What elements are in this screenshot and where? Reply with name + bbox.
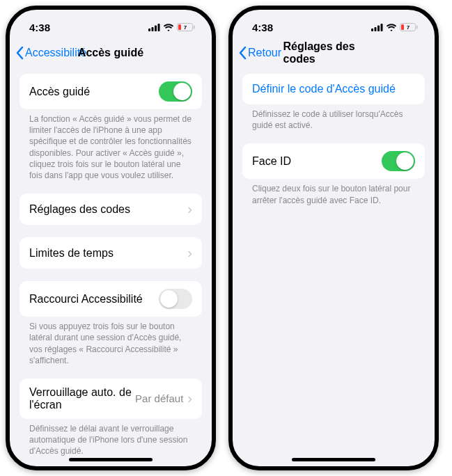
time-limits-label: Limites de temps	[29, 247, 187, 260]
accessibility-shortcut-footer: Si vous appuyez trois fois sur le bouton…	[20, 317, 202, 366]
guided-access-footer: La fonction « Accès guidé » vous permet …	[20, 109, 202, 181]
accessibility-shortcut-row[interactable]: Raccourci Accessibilité	[20, 281, 202, 317]
status-bar: 4:38 7	[10, 10, 212, 39]
face-id-row[interactable]: Face ID	[242, 143, 425, 179]
svg-rect-10	[377, 25, 380, 31]
face-id-footer: Cliquez deux fois sur le bouton latéral …	[242, 179, 425, 205]
nav-title: Accès guidé	[78, 47, 143, 59]
back-button[interactable]: Accessibilité	[15, 46, 86, 60]
auto-lock-label: Verrouillage auto. de l'écran	[29, 386, 135, 411]
guided-access-toggle[interactable]	[159, 81, 192, 102]
chevron-left-icon	[15, 46, 24, 60]
cellular-icon	[148, 24, 160, 31]
status-time: 4:38	[252, 22, 273, 33]
set-passcode-footer: Définissez le code à utiliser lorsqu'Acc…	[242, 104, 425, 131]
face-id-toggle[interactable]	[382, 151, 415, 171]
nav-bar: Retour Réglages des codes	[233, 39, 435, 67]
svg-rect-11	[381, 24, 383, 31]
face-id-label: Face ID	[252, 155, 382, 168]
passcode-settings-label: Réglages des codes	[29, 203, 187, 216]
back-label: Retour	[248, 47, 281, 59]
svg-rect-14	[416, 26, 418, 29]
svg-rect-2	[155, 25, 157, 31]
set-passcode-label: Définir le code d'Accès guidé	[252, 83, 415, 95]
nav-bar: Accessibilité Accès guidé	[10, 39, 212, 67]
phone-passcode-settings: 4:38 7 Retour Réglages des codes Définir…	[228, 6, 439, 470]
back-label: Accessibilité	[25, 47, 86, 59]
home-indicator	[69, 458, 153, 461]
accessibility-shortcut-label: Raccourci Accessibilité	[29, 293, 159, 306]
wifi-icon	[163, 24, 174, 31]
status-time: 4:38	[29, 22, 50, 33]
svg-rect-5	[178, 24, 181, 30]
accessibility-shortcut-toggle[interactable]	[159, 289, 192, 309]
status-bar: 4:38 7	[233, 10, 435, 39]
status-indicators: 7	[371, 23, 418, 31]
svg-text:7: 7	[407, 24, 410, 31]
chevron-right-icon: ›	[187, 245, 192, 261]
auto-lock-footer: Définissez le délai avant le verrouillag…	[20, 419, 202, 457]
svg-rect-13	[401, 24, 404, 30]
set-passcode-row[interactable]: Définir le code d'Accès guidé	[242, 74, 425, 104]
status-indicators: 7	[148, 23, 195, 31]
battery-icon: 7	[177, 23, 195, 31]
svg-rect-9	[375, 27, 377, 31]
auto-lock-row[interactable]: Verrouillage auto. de l'écran Par défaut…	[20, 379, 202, 419]
chevron-left-icon	[238, 46, 247, 60]
guided-access-label: Accès guidé	[29, 86, 159, 98]
content: Accès guidé La fonction « Accès guidé » …	[10, 74, 212, 457]
back-button[interactable]: Retour	[238, 46, 281, 60]
svg-rect-8	[371, 29, 373, 31]
phone-guided-access: 4:38 7 Accessibilité Accès guidé Accès g…	[6, 6, 216, 470]
svg-rect-3	[158, 24, 160, 31]
svg-rect-1	[152, 27, 154, 31]
auto-lock-value: Par défaut	[135, 392, 183, 404]
time-limits-row[interactable]: Limites de temps ›	[20, 237, 202, 269]
svg-rect-0	[148, 29, 150, 31]
passcode-settings-row[interactable]: Réglages des codes ›	[20, 193, 202, 225]
chevron-right-icon: ›	[187, 201, 192, 217]
svg-text:7: 7	[184, 24, 187, 31]
home-indicator	[292, 458, 375, 461]
nav-title: Réglages des codes	[283, 40, 384, 65]
svg-rect-6	[194, 26, 195, 29]
content: Définir le code d'Accès guidé Définissez…	[233, 74, 435, 206]
wifi-icon	[386, 24, 397, 31]
chevron-right-icon: ›	[187, 390, 192, 406]
cellular-icon	[371, 24, 383, 31]
guided-access-toggle-row[interactable]: Accès guidé	[20, 74, 202, 109]
battery-icon: 7	[400, 23, 418, 31]
